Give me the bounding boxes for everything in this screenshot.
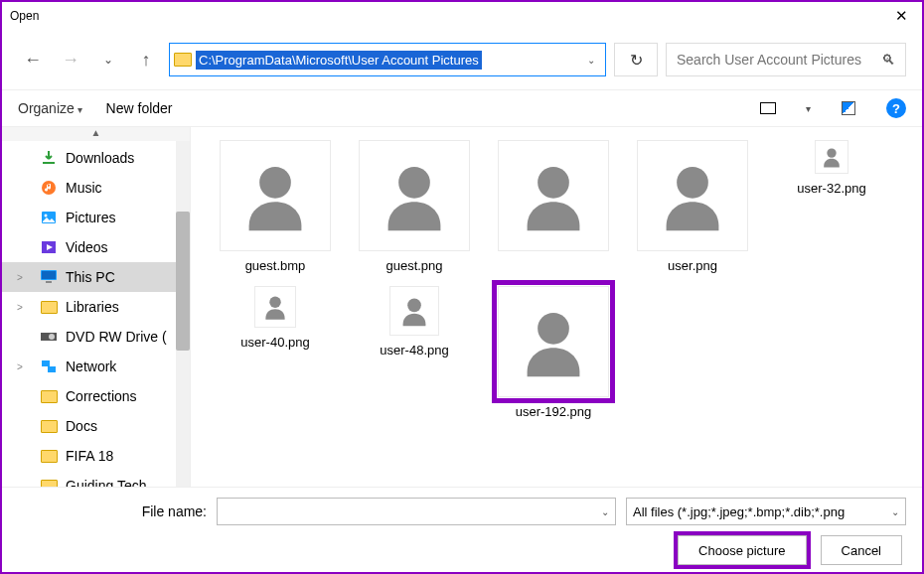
file-thumbnail: [499, 141, 608, 250]
chevron-down-icon[interactable]: ⌄: [891, 506, 899, 517]
folder-icon: [40, 418, 58, 434]
svg-point-2: [45, 215, 48, 217]
music-icon: [40, 180, 58, 196]
file-item[interactable]: user-32.png: [767, 139, 896, 273]
pictures-icon: [40, 210, 58, 225]
folder-icon: [40, 388, 58, 404]
sidebar-item-docs[interactable]: Docs: [2, 411, 190, 441]
folder-icon: [40, 299, 58, 315]
title-bar: Open ✕: [2, 2, 922, 30]
file-name: user-40.png: [240, 335, 309, 350]
sidebar-item-label: This PC: [66, 269, 115, 285]
up-button[interactable]: ↑: [131, 45, 161, 74]
close-icon[interactable]: ✕: [889, 5, 914, 27]
filename-input[interactable]: ⌄: [217, 498, 616, 525]
sidebar-item-label: DVD RW Drive (: [66, 329, 167, 345]
sidebar-item-this-pc[interactable]: >This PC: [2, 262, 190, 292]
file-item[interactable]: guest.bmp: [211, 139, 340, 273]
choose-picture-button[interactable]: Choose picture: [678, 535, 806, 565]
sidebar-scrollbar-thumb[interactable]: [176, 212, 190, 351]
footer: File name: ⌄ All files (*.jpg;*.jpeg;*.b…: [2, 487, 922, 574]
file-type-filter[interactable]: All files (*.jpg;*.jpeg;*.bmp;*.dib;*.pn…: [626, 498, 906, 525]
chevron-down-icon[interactable]: ⌄: [601, 506, 609, 517]
search-box[interactable]: 🔍︎: [666, 43, 906, 76]
file-thumbnail: [221, 141, 330, 250]
address-path[interactable]: C:\ProgramData\Microsoft\User Account Pi…: [196, 51, 482, 70]
search-icon[interactable]: 🔍︎: [881, 52, 895, 68]
file-thumbnail: [360, 141, 469, 250]
svg-point-15: [677, 167, 708, 199]
new-folder-button[interactable]: New folder: [106, 100, 173, 116]
chevron-down-icon[interactable]: ▾: [806, 103, 811, 114]
svg-point-18: [407, 298, 421, 312]
forward-button[interactable]: →: [56, 45, 85, 74]
sidebar-item-label: Corrections: [66, 388, 137, 404]
sidebar-item-libraries[interactable]: >Libraries: [2, 292, 190, 322]
file-name: user-192.png: [516, 404, 592, 419]
file-item[interactable]: user-192.png: [489, 285, 618, 419]
sidebar-item-label: Music: [66, 180, 102, 196]
sidebar-item-pictures[interactable]: Pictures: [2, 203, 190, 232]
refresh-button[interactable]: ↻: [614, 43, 658, 76]
file-item[interactable]: user.png: [628, 139, 757, 273]
folder-icon: [40, 478, 58, 487]
svg-rect-6: [42, 271, 56, 279]
cancel-button[interactable]: Cancel: [821, 535, 902, 565]
svg-rect-7: [46, 281, 52, 283]
file-item[interactable]: guest.png: [350, 139, 479, 273]
sidebar-item-downloads[interactable]: Downloads: [2, 143, 190, 173]
folder-icon: [174, 53, 192, 67]
help-button[interactable]: ?: [886, 98, 906, 118]
download-icon: [40, 150, 58, 166]
sidebar-item-videos[interactable]: Videos: [2, 232, 190, 262]
file-thumbnail: [499, 287, 608, 396]
filename-label: File name:: [18, 503, 207, 519]
file-item[interactable]: user-40.png: [211, 285, 340, 419]
sidebar-item-fifa-18[interactable]: FIFA 18: [2, 441, 190, 471]
disc-icon: [40, 329, 58, 345]
file-thumbnail: [255, 287, 295, 327]
sidebar-item-label: Network: [66, 359, 116, 374]
file-item[interactable]: [489, 139, 618, 273]
sidebar-item-label: Guiding Tech: [66, 478, 146, 487]
twisty-icon[interactable]: >: [14, 302, 26, 313]
file-thumbnail: [816, 141, 847, 173]
window-title: Open: [10, 9, 39, 23]
svg-point-14: [538, 167, 569, 199]
folder-icon: [40, 448, 58, 464]
svg-point-17: [269, 296, 281, 308]
sidebar-item-label: FIFA 18: [66, 448, 113, 464]
file-name: user.png: [668, 258, 717, 273]
svg-rect-11: [48, 366, 56, 372]
sidebar-scroll-up[interactable]: ▲: [2, 127, 190, 141]
sidebar-item-corrections[interactable]: Corrections: [2, 381, 190, 411]
sidebar-item-guiding-tech[interactable]: Guiding Tech: [2, 471, 190, 487]
file-name: guest.png: [385, 258, 442, 273]
svg-point-13: [398, 167, 430, 199]
back-button[interactable]: ←: [18, 45, 48, 74]
recent-locations-button[interactable]: ⌄: [93, 45, 123, 74]
sidebar-item-dvd-rw-drive-[interactable]: DVD RW Drive (: [2, 322, 190, 352]
twisty-icon[interactable]: >: [14, 272, 26, 283]
view-mode-button[interactable]: [754, 97, 782, 119]
address-dropdown-icon[interactable]: ⌄: [581, 55, 601, 66]
network-icon: [40, 359, 58, 374]
organize-menu[interactable]: Organize: [18, 100, 82, 116]
twisty-icon[interactable]: >: [14, 361, 26, 372]
preview-pane-button[interactable]: [835, 97, 862, 119]
nav-row: ← → ⌄ ↑ C:\ProgramData\Microsoft\User Ac…: [2, 30, 922, 89]
videos-icon: [40, 239, 58, 255]
file-thumbnail: [638, 141, 747, 250]
address-bar[interactable]: C:\ProgramData\Microsoft\User Account Pi…: [169, 43, 606, 76]
file-item[interactable]: user-48.png: [350, 285, 479, 419]
sidebar-item-music[interactable]: Music: [2, 173, 190, 203]
filter-text: All files (*.jpg;*.jpeg;*.bmp;*.dib;*.pn…: [633, 504, 845, 519]
sidebar-item-label: Videos: [66, 239, 108, 255]
svg-point-16: [827, 148, 836, 157]
search-input[interactable]: [677, 52, 881, 68]
svg-point-9: [49, 334, 55, 340]
svg-point-19: [538, 313, 569, 345]
sidebar-item-label: Libraries: [66, 299, 119, 315]
sidebar-item-network[interactable]: >Network: [2, 352, 190, 381]
file-thumbnail: [390, 287, 438, 335]
